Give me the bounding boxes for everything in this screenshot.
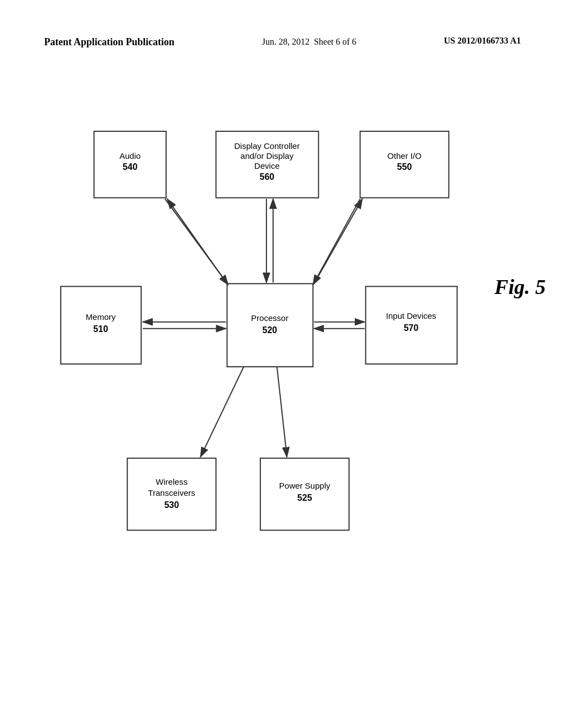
figure-label: Fig. 5 [494,275,546,299]
audio-number: 540 [122,162,137,172]
power-supply-label1: Power Supply [279,481,331,490]
power-supply-number: 525 [297,493,312,502]
wireless-label1: Wireless [156,477,188,486]
page-header: Patent Application Publication Jun. 28, … [0,36,565,49]
arrow-proc-to-wireless [200,367,243,457]
arrow-proc-to-power [277,367,287,457]
memory-number: 510 [93,324,108,334]
header-date-sheet: Jun. 28, 2012 Sheet 6 of 6 [262,36,356,48]
other-io-label: Other I/O [387,151,422,160]
arrow-otherio-to-proc [313,199,360,285]
wireless-label2: Transceivers [148,488,195,497]
header-patent-number: US 2012/0166733 A1 [444,36,521,46]
processor-label: Processor [251,313,289,323]
wireless-number: 530 [164,500,179,510]
display-label2: and/or Display [241,151,294,160]
header-publication-title: Patent Application Publication [44,36,174,49]
display-label3: Device [254,161,280,170]
input-devices-number: 570 [404,323,419,333]
input-devices-label: Input Devices [386,311,436,320]
other-io-number: 550 [397,162,412,172]
arrow-proc-to-otherio [314,199,362,284]
display-label1: Display Controller [234,141,300,151]
diagram-container: Audio 540 Display Controller and/or Disp… [44,110,521,618]
display-number: 560 [259,172,274,181]
memory-label: Memory [86,312,116,322]
audio-label: Audio [119,151,140,160]
processor-number: 520 [262,325,277,335]
arrow-audio-to-proc [165,199,228,285]
